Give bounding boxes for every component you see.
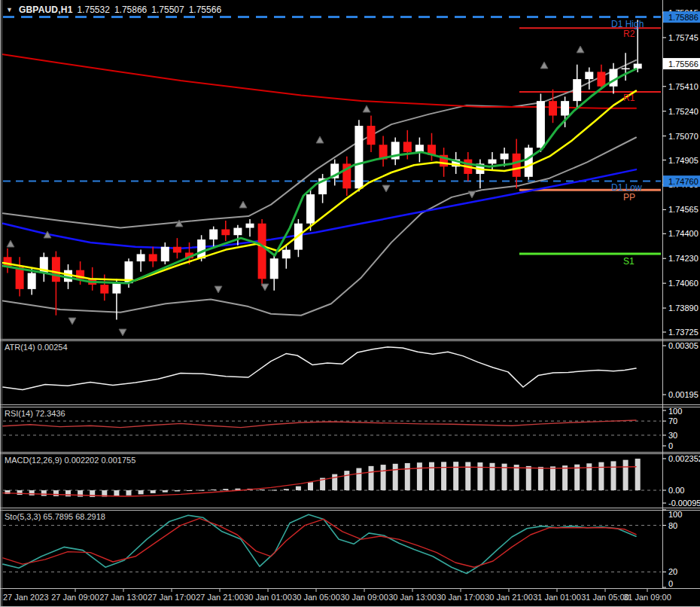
chart-dropdown-icon[interactable]: ▼	[6, 6, 13, 14]
svg-text:1.75886: 1.75886	[668, 13, 698, 22]
svg-text:1.74400: 1.74400	[668, 229, 698, 238]
svg-text:1.73890: 1.73890	[668, 304, 698, 313]
svg-text:0.00195: 0.00195	[668, 390, 698, 399]
svg-text:-0.000952: -0.000952	[668, 499, 700, 508]
rsi-panel-label: RSI(14) 72.3436	[5, 409, 65, 418]
svg-text:30: 30	[668, 431, 677, 440]
svg-text:0: 0	[668, 441, 673, 450]
svg-text:30 Jan 05:00: 30 Jan 05:00	[292, 593, 340, 602]
ohlc-low: 1.75507	[151, 5, 184, 15]
svg-text:30 Jan 17:00: 30 Jan 17:00	[437, 593, 485, 602]
svg-text:27 Jan 21:00: 27 Jan 21:00	[196, 593, 244, 602]
svg-text:31 Jan 05:00: 31 Jan 05:00	[581, 593, 629, 602]
svg-text:1.74230: 1.74230	[668, 254, 698, 263]
svg-text:100: 100	[668, 510, 682, 519]
svg-text:1.74565: 1.74565	[668, 205, 698, 214]
svg-text:D1 High: D1 High	[611, 19, 644, 29]
chart-header: ▼ GBPAUD,H1 1.75532 1.75866 1.75507 1.75…	[6, 5, 221, 15]
svg-text:1.75566: 1.75566	[668, 59, 698, 69]
svg-text:30 Jan 21:00: 30 Jan 21:00	[485, 593, 533, 602]
svg-text:1.75240: 1.75240	[668, 107, 698, 116]
svg-text:80: 80	[668, 521, 677, 530]
svg-text:D1 Low: D1 Low	[611, 182, 642, 193]
svg-text:30 Jan 09:00: 30 Jan 09:00	[340, 593, 388, 602]
svg-text:1.75070: 1.75070	[668, 132, 698, 141]
svg-text:27 Jan 2023: 27 Jan 2023	[3, 593, 49, 602]
ohlc-open: 1.75532	[78, 5, 110, 15]
ohlc-high: 1.75866	[114, 5, 147, 15]
svg-text:R1: R1	[623, 93, 635, 103]
svg-text:0: 0	[668, 579, 673, 588]
svg-text:0.00305: 0.00305	[668, 341, 698, 350]
svg-text:30 Jan 13:00: 30 Jan 13:00	[388, 593, 437, 602]
svg-text:1.75745: 1.75745	[668, 33, 698, 42]
svg-text:1.75410: 1.75410	[668, 82, 698, 91]
svg-text:27 Jan 13:00: 27 Jan 13:00	[99, 593, 148, 602]
svg-text:100: 100	[668, 407, 682, 416]
svg-text:R2: R2	[623, 29, 635, 39]
ohlc-close: 1.75566	[189, 5, 221, 15]
svg-text:27 Jan 17:00: 27 Jan 17:00	[148, 593, 196, 602]
svg-text:PP: PP	[623, 192, 635, 203]
svg-text:0.00: 0.00	[668, 486, 684, 495]
atr-panel-label: ATR(14) 0.00254	[5, 343, 68, 352]
svg-text:70: 70	[668, 416, 677, 426]
svg-text:20: 20	[668, 567, 677, 576]
svg-text:1.74760: 1.74760	[668, 177, 698, 186]
svg-text:31 Jan 01:00: 31 Jan 01:00	[533, 593, 581, 602]
macd-panel-label: MACD(12,26,9) 0.002202 0.001755	[5, 456, 135, 465]
svg-text:S1: S1	[623, 256, 635, 267]
svg-text:30 Jan 01:00: 30 Jan 01:00	[244, 593, 292, 602]
svg-text:1.74060: 1.74060	[668, 279, 698, 288]
svg-text:31 Jan 09:00: 31 Jan 09:00	[623, 593, 671, 602]
svg-text:27 Jan 09:00: 27 Jan 09:00	[51, 593, 99, 602]
svg-text:0.002352: 0.002352	[668, 454, 700, 463]
svg-text:1.74905: 1.74905	[668, 156, 698, 165]
chart-window: ▼ GBPAUD,H1 1.75532 1.75866 1.75507 1.75…	[0, 0, 700, 607]
svg-text:1.73725: 1.73725	[668, 328, 698, 337]
symbol-timeframe: GBPAUD,H1	[19, 5, 73, 15]
sto-panel-label: Sto(5,3,3) 65.7895 68.2918	[5, 512, 105, 521]
